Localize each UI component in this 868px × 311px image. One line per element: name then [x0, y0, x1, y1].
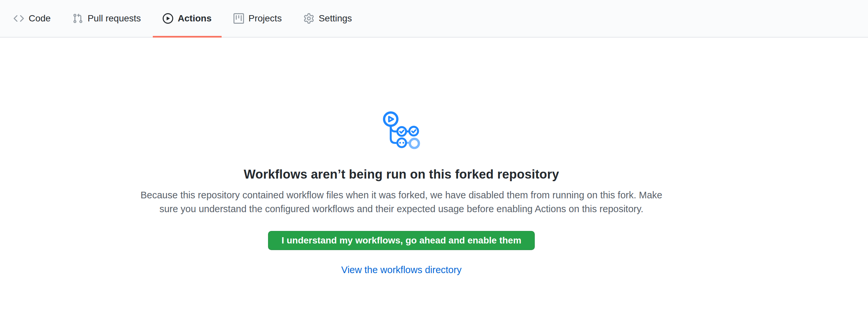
play-icon [163, 13, 173, 24]
tab-settings[interactable]: Settings [294, 0, 362, 37]
tab-label: Settings [319, 0, 352, 37]
gear-icon [304, 13, 314, 24]
workflows-link-row: View the workflows directory [131, 265, 672, 275]
tab-label: Actions [178, 0, 212, 37]
enable-workflows-button[interactable]: I understand my workflows, go ahead and … [268, 231, 535, 250]
tab-code[interactable]: Code [4, 0, 61, 37]
tab-pull-requests[interactable]: Pull requests [63, 0, 151, 37]
tab-label: Pull requests [88, 0, 141, 37]
workflow-graph-icon [383, 111, 420, 151]
tab-actions[interactable]: Actions [153, 0, 222, 37]
tab-label: Code [29, 0, 51, 37]
empty-state-description: Because this repository contained workfl… [131, 188, 672, 216]
view-workflows-directory-link[interactable]: View the workflows directory [341, 265, 461, 275]
repo-tab-nav: Code Pull requests Actions Projects Sett… [0, 0, 868, 37]
empty-state-title: Workflows aren’t being run on this forke… [131, 167, 672, 182]
code-icon [13, 13, 24, 24]
actions-disabled-empty-state: Workflows aren’t being run on this forke… [131, 37, 672, 275]
tab-projects[interactable]: Projects [224, 0, 292, 37]
tab-label: Projects [249, 0, 282, 37]
git-pull-request-icon [72, 13, 83, 24]
project-icon [234, 13, 244, 24]
